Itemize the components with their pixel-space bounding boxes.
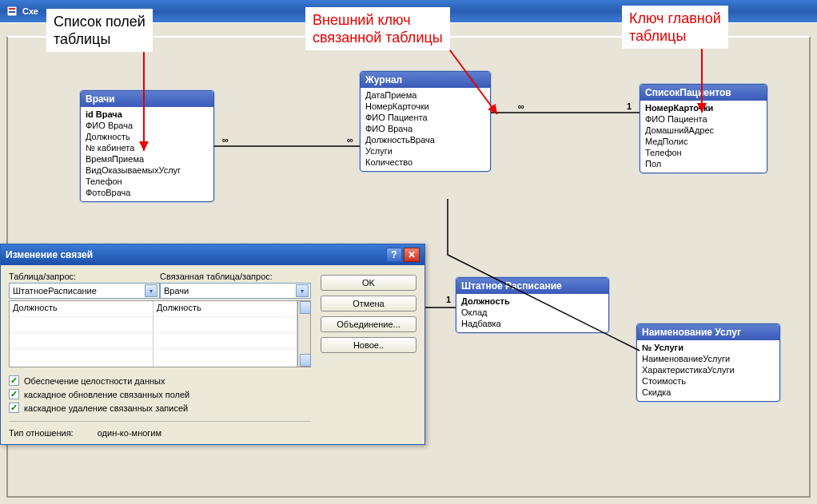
table-field[interactable]: Телефон: [645, 147, 762, 158]
field-empty-cell[interactable]: [153, 333, 297, 349]
cardinality-one-2: 1: [446, 295, 451, 304]
field-empty-cell[interactable]: [153, 317, 297, 333]
table-field[interactable]: Пол: [645, 158, 762, 169]
callout-foreign-key: Внешний ключ связанной таблицы: [305, 7, 450, 50]
table-field[interactable]: Телефон: [86, 176, 209, 187]
table-title: Наименование Услуг: [637, 324, 779, 340]
table-field[interactable]: НомерКарточки: [365, 101, 485, 112]
table-body: ДатаПриема НомерКарточки ФИО Пациента ФИ…: [361, 88, 490, 171]
reltype-value: один-ко-многим: [98, 428, 161, 438]
table-field[interactable]: МедПолис: [645, 136, 762, 147]
callout-field-list: Список полей таблицы: [46, 9, 153, 52]
table-title: Врачи: [81, 91, 213, 107]
field-mapping-grid[interactable]: Должность Должность: [9, 300, 311, 367]
field-right-cell[interactable]: Должность: [153, 301, 297, 317]
edit-relationships-dialog[interactable]: Изменение связей ? ✕ Таблица/запрос: Свя…: [0, 244, 425, 445]
label-related-table: Связанная таблица/запрос:: [160, 272, 311, 281]
table-field[interactable]: ФИО Пациента: [365, 112, 485, 123]
table-field[interactable]: ФИО Врача: [365, 123, 485, 134]
table-field[interactable]: Количество: [365, 157, 485, 168]
label-table-query: Таблица/запрос:: [9, 272, 160, 281]
table-field[interactable]: НомерКарточки: [645, 102, 762, 113]
cardinality-inf-3: ∞: [518, 101, 524, 111]
table-field[interactable]: Надбавка: [461, 318, 604, 329]
table-title: Журнал: [361, 72, 490, 88]
reltype-label: Тип отношения:: [9, 428, 74, 438]
ok-button[interactable]: OK: [321, 275, 416, 291]
checkbox-cascade-update[interactable]: ✓: [9, 389, 19, 399]
table-field[interactable]: № Услуги: [642, 342, 775, 353]
app-icon: [6, 6, 18, 17]
table-body: id Врача ФИО Врача Должность № кабинета …: [81, 107, 213, 201]
close-button[interactable]: ✕: [404, 248, 420, 262]
table-field[interactable]: Должность: [461, 296, 604, 307]
help-button[interactable]: ?: [386, 248, 402, 262]
chevron-down-icon[interactable]: ▾: [296, 284, 309, 297]
table-field[interactable]: ХарактеристикаУслуги: [642, 364, 775, 375]
table-field[interactable]: ФотоВрача: [86, 187, 209, 198]
field-left-cell[interactable]: Должность: [10, 301, 153, 317]
checkbox-cascade-delete[interactable]: ✓: [9, 403, 19, 413]
dialog-titlebar[interactable]: Изменение связей ? ✕: [1, 244, 424, 265]
create-new-button[interactable]: Новое..: [321, 337, 416, 353]
table-field[interactable]: ДолжностьВрача: [365, 134, 485, 145]
table-field[interactable]: Стоимость: [642, 375, 775, 387]
table-naimenovanie-uslug[interactable]: Наименование Услуг № Услуги Наименование…: [636, 323, 780, 402]
table-title: СписокПациентов: [640, 85, 767, 101]
table-field[interactable]: id Врача: [86, 109, 209, 120]
window-title: Схе: [22, 6, 38, 16]
table-field[interactable]: ФИО Пациента: [645, 113, 762, 125]
table-field[interactable]: ВремяПриема: [86, 153, 209, 165]
field-empty-cell[interactable]: [10, 317, 153, 333]
table-zhurnal[interactable]: Журнал ДатаПриема НомерКарточки ФИО Паци…: [360, 71, 491, 172]
table-field[interactable]: ФИО Врача: [86, 120, 209, 131]
table-field[interactable]: Скидка: [642, 387, 775, 398]
join-type-button[interactable]: Объединение...: [321, 316, 416, 332]
combo-table[interactable]: ШтатноеРасписание ▾: [9, 283, 160, 299]
svg-rect-1: [9, 8, 15, 10]
table-field[interactable]: Оклад: [461, 307, 604, 318]
table-field[interactable]: ДомашнийАдрес: [645, 125, 762, 136]
table-field[interactable]: НаименованиеУслуги: [642, 353, 775, 364]
cardinality-inf-2: ∞: [347, 135, 353, 145]
table-field[interactable]: ВидОказываемыхУслуг: [86, 165, 209, 176]
field-empty-cell[interactable]: [10, 333, 153, 349]
checkbox-enforce-integrity[interactable]: ✓: [9, 375, 19, 386]
table-spisok-pacientov[interactable]: СписокПациентов НомерКарточки ФИО Пациен…: [640, 84, 767, 173]
combo-related[interactable]: Врачи ▾: [160, 283, 311, 299]
cardinality-one-1: 1: [627, 101, 632, 111]
chevron-down-icon[interactable]: ▾: [145, 284, 157, 297]
combo-related-value: Врачи: [164, 286, 296, 296]
checkbox-label: каскадное обновление связанных полей: [24, 390, 189, 399]
table-field[interactable]: Должность: [86, 131, 209, 142]
scrollbar[interactable]: [297, 301, 310, 367]
table-title: Штатное Расписание: [456, 278, 608, 294]
table-field[interactable]: Услуги: [365, 145, 485, 157]
cancel-button[interactable]: Отмена: [321, 296, 416, 312]
cardinality-inf-1: ∞: [222, 135, 229, 145]
table-body: НомерКарточки ФИО Пациента ДомашнийАдрес…: [640, 101, 767, 173]
dialog-title: Изменение связей: [6, 249, 93, 260]
table-body: № Услуги НаименованиеУслуги Характеристи…: [637, 340, 779, 401]
combo-table-value: ШтатноеРасписание: [13, 286, 145, 296]
table-shtatnoe-raspisanie[interactable]: Штатное Расписание Должность Оклад Надба…: [456, 277, 609, 333]
callout-primary-key: Ключ главной таблицы: [622, 6, 728, 49]
table-body: Должность Оклад Надбавка: [456, 294, 608, 332]
table-field[interactable]: ДатаПриема: [365, 89, 485, 101]
table-field[interactable]: № кабинета: [86, 142, 209, 153]
checkbox-label: каскадное удаление связанных записей: [24, 403, 188, 413]
table-vrachi[interactable]: Врачи id Врача ФИО Врача Должность № каб…: [80, 90, 214, 202]
svg-rect-2: [9, 11, 15, 13]
checkbox-label: Обеспечение целостности данных: [24, 376, 165, 386]
diagram-canvas: ∞ ∞ ∞ 1 1 Список полей таблицы Внешний к…: [0, 22, 817, 504]
